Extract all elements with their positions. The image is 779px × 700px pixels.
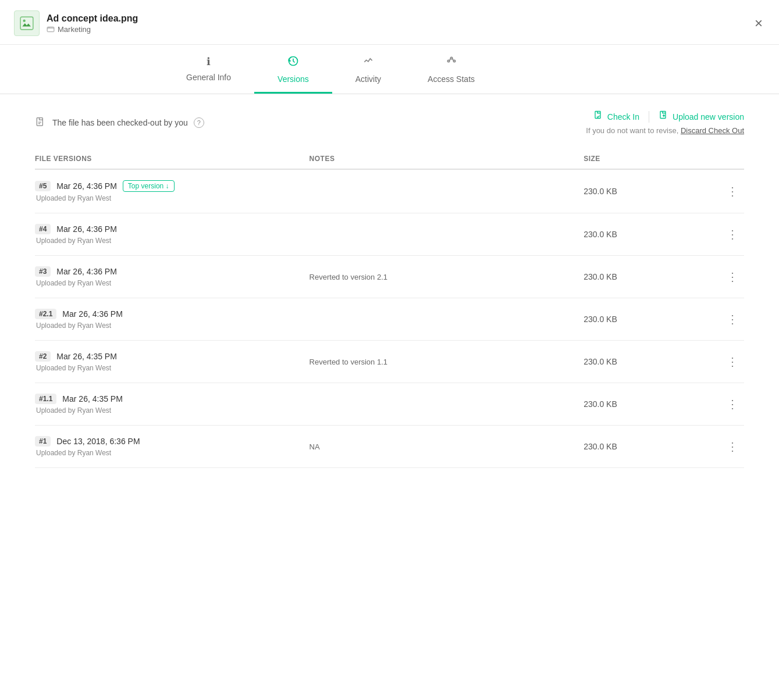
version-size: 230.0 KB [584, 272, 721, 281]
version-size: 230.0 KB [584, 230, 721, 239]
version-info: #1 Dec 13, 2018, 6:36 PM Uploaded by Rya… [35, 436, 310, 457]
modal-container: Ad concept idea.png Marketing × ℹ Genera… [0, 0, 779, 700]
version-main: #4 Mar 26, 4:36 PM [35, 224, 310, 234]
more-options-button[interactable]: ⋮ [721, 355, 744, 369]
col-actions [721, 155, 744, 163]
version-notes: Reverted to version 1.1 [310, 358, 584, 366]
svg-rect-14 [660, 112, 666, 119]
file-folder: Marketing [47, 25, 138, 34]
tab-activity[interactable]: Activity [332, 45, 404, 94]
activity-icon [362, 55, 374, 70]
info-icon: ℹ [207, 55, 211, 68]
col-file-versions: FILE VERSIONS [35, 155, 310, 163]
access-stats-icon [446, 55, 457, 70]
version-uploader: Uploaded by Ryan West [35, 406, 310, 415]
tabs-bar: ℹ General Info Versions Activity [0, 45, 779, 94]
version-notes: Reverted to version 2.1 [310, 273, 584, 281]
close-button[interactable]: × [752, 14, 765, 33]
version-badge: #1 [35, 436, 51, 447]
checkin-button[interactable]: Check In [593, 110, 639, 123]
version-date: Mar 26, 4:36 PM [56, 267, 117, 276]
svg-point-1 [23, 20, 26, 22]
version-size: 230.0 KB [584, 187, 721, 196]
file-info: Ad concept idea.png Marketing [47, 13, 138, 34]
version-main: #1.1 Mar 26, 4:35 PM [35, 394, 310, 404]
action-separator [649, 111, 649, 123]
header-left: Ad concept idea.png Marketing [14, 10, 138, 36]
version-badge: #5 [35, 181, 51, 191]
table-row: #2 Mar 26, 4:35 PM Uploaded by Ryan West… [35, 341, 744, 383]
version-info: #3 Mar 26, 4:36 PM Uploaded by Ryan West [35, 266, 310, 287]
top-version-badge[interactable]: Top version ↓ [123, 180, 175, 192]
version-date: Mar 26, 4:35 PM [56, 352, 117, 361]
more-options-button[interactable]: ⋮ [721, 270, 744, 284]
version-date: Dec 13, 2018, 6:36 PM [56, 437, 140, 446]
version-date: Mar 26, 4:36 PM [62, 309, 123, 319]
checkout-left: The file has been checked-out by you ? [35, 117, 204, 128]
table-row: #2.1 Mar 26, 4:36 PM Uploaded by Ryan We… [35, 298, 744, 341]
version-uploader: Uploaded by Ryan West [35, 449, 310, 457]
version-size: 230.0 KB [584, 399, 721, 409]
help-icon[interactable]: ? [194, 117, 204, 128]
version-main: #2.1 Mar 26, 4:36 PM [35, 309, 310, 319]
checkin-icon [593, 110, 604, 123]
tab-access-stats[interactable]: Access Stats [404, 45, 498, 94]
folder-name: Marketing [58, 25, 91, 34]
table-header: FILE VERSIONS NOTES SIZE [35, 149, 744, 170]
version-info: #2.1 Mar 26, 4:36 PM Uploaded by Ryan We… [35, 309, 310, 330]
checkout-message: The file has been checked-out by you [52, 118, 188, 127]
col-notes: NOTES [310, 155, 584, 163]
versions-list: #5 Mar 26, 4:36 PM Top version ↓ Uploade… [35, 170, 744, 468]
version-uploader: Uploaded by Ryan West [35, 279, 310, 287]
version-info: #1.1 Mar 26, 4:35 PM Uploaded by Ryan We… [35, 394, 310, 415]
version-badge: #4 [35, 224, 51, 234]
version-size: 230.0 KB [584, 315, 721, 324]
svg-rect-0 [20, 17, 33, 30]
table-row: #3 Mar 26, 4:36 PM Uploaded by Ryan West… [35, 256, 744, 298]
svg-line-9 [452, 59, 453, 60]
tab-general-info[interactable]: ℹ General Info [163, 45, 254, 94]
version-main: #3 Mar 26, 4:36 PM [35, 266, 310, 277]
discard-checkout-link[interactable]: Discard Check Out [681, 126, 744, 135]
more-options-button[interactable]: ⋮ [721, 227, 744, 241]
version-uploader: Uploaded by Ryan West [35, 322, 310, 330]
more-options-button[interactable]: ⋮ [721, 312, 744, 326]
checkout-right: Check In Upload new version [586, 110, 744, 135]
modal-header: Ad concept idea.png Marketing × [0, 0, 779, 45]
version-info: #4 Mar 26, 4:36 PM Uploaded by Ryan West [35, 224, 310, 245]
upload-new-version-button[interactable]: Upload new version [659, 110, 744, 123]
version-uploader: Uploaded by Ryan West [35, 237, 310, 245]
tab-versions[interactable]: Versions [254, 45, 332, 94]
version-date: Mar 26, 4:35 PM [62, 394, 123, 403]
table-row: #1 Dec 13, 2018, 6:36 PM Uploaded by Rya… [35, 426, 744, 468]
file-icon [14, 10, 40, 36]
discard-text: If you do not want to revise, Discard Ch… [586, 126, 744, 135]
version-badge: #1.1 [35, 394, 56, 404]
svg-rect-10 [37, 118, 42, 126]
upload-icon [659, 110, 669, 123]
col-size: SIZE [584, 155, 721, 163]
tab-content: The file has been checked-out by you ? [0, 94, 779, 484]
version-info: #5 Mar 26, 4:36 PM Top version ↓ Uploade… [35, 180, 310, 202]
more-options-button[interactable]: ⋮ [721, 397, 744, 411]
more-options-button[interactable]: ⋮ [721, 440, 744, 453]
table-row: #4 Mar 26, 4:36 PM Uploaded by Ryan West… [35, 213, 744, 256]
version-date: Mar 26, 4:36 PM [56, 181, 117, 191]
svg-point-3 [49, 27, 49, 28]
file-name: Ad concept idea.png [47, 13, 138, 24]
version-size: 230.0 KB [584, 357, 721, 366]
version-badge: #2.1 [35, 309, 56, 319]
checkout-actions: Check In Upload new version [593, 110, 744, 123]
version-notes: NA [310, 442, 584, 451]
version-date: Mar 26, 4:36 PM [56, 224, 117, 234]
table-row: #5 Mar 26, 4:36 PM Top version ↓ Uploade… [35, 170, 744, 213]
version-uploader: Uploaded by Ryan West [35, 364, 310, 372]
svg-rect-2 [47, 27, 54, 32]
more-options-button[interactable]: ⋮ [721, 184, 744, 198]
checkout-file-icon [35, 117, 47, 128]
version-info: #2 Mar 26, 4:35 PM Uploaded by Ryan West [35, 351, 310, 372]
version-main: #5 Mar 26, 4:36 PM Top version ↓ [35, 180, 310, 192]
folder-icon [47, 25, 55, 33]
version-badge: #3 [35, 266, 51, 277]
version-main: #1 Dec 13, 2018, 6:36 PM [35, 436, 310, 447]
